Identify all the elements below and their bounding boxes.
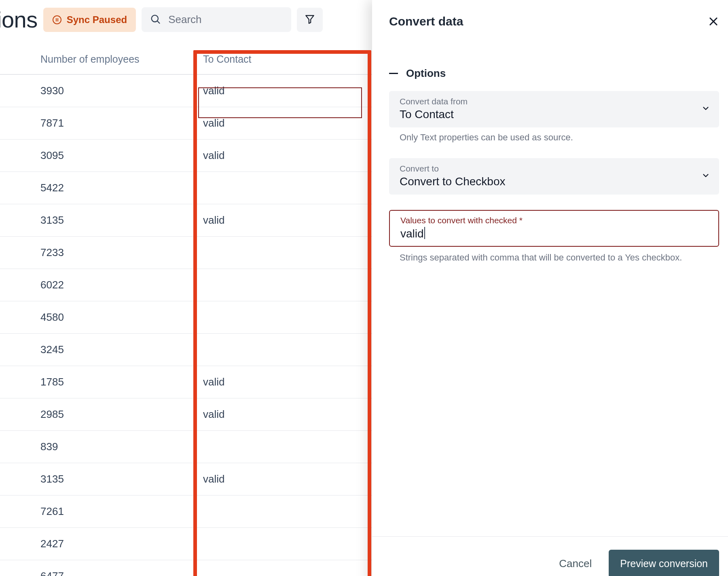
convert-from-value: To Contact (400, 108, 709, 121)
cell-to-contact[interactable]: valid (193, 85, 224, 97)
cell-employees[interactable]: 3245 (0, 343, 193, 356)
cell-employees[interactable]: 2427 (0, 538, 193, 550)
table-row[interactable]: 3135valid (0, 204, 372, 237)
cell-to-contact[interactable]: valid (193, 473, 224, 485)
values-to-convert-label: Values to convert with checked * (400, 216, 708, 225)
column-headers: Number of employees To Contact (0, 44, 372, 75)
pause-icon (52, 15, 62, 25)
cell-employees[interactable]: 7871 (0, 117, 193, 129)
cell-employees[interactable]: 839 (0, 440, 193, 453)
table-row[interactable]: 6477 (0, 560, 372, 576)
table-row[interactable]: 1785valid (0, 366, 372, 398)
svg-line-4 (158, 21, 160, 23)
cell-employees[interactable]: 6022 (0, 279, 193, 291)
table-row[interactable]: 7871valid (0, 107, 372, 140)
cell-employees[interactable]: 3135 (0, 473, 193, 485)
cell-to-contact[interactable]: valid (193, 214, 224, 227)
cell-employees[interactable]: 7261 (0, 505, 193, 518)
convert-from-label: Convert data from (400, 97, 709, 106)
cell-employees[interactable]: 3135 (0, 214, 193, 227)
values-to-convert-value[interactable]: valid (400, 227, 424, 240)
convert-to-value: Convert to Checkbox (400, 175, 709, 188)
cell-to-contact[interactable]: valid (193, 117, 224, 129)
values-to-convert-field[interactable]: Values to convert with checked * valid (389, 210, 719, 247)
cell-employees[interactable]: 1785 (0, 376, 193, 388)
close-icon (708, 16, 719, 27)
table-row[interactable]: 3245 (0, 334, 372, 366)
cell-to-contact[interactable]: valid (193, 376, 224, 388)
table-row[interactable]: 839 (0, 431, 372, 463)
data-grid: Number of employees To Contact 3930valid… (0, 44, 372, 576)
table-row[interactable]: 3135valid (0, 463, 372, 496)
search-box[interactable] (142, 7, 291, 32)
table-row[interactable]: 3930valid (0, 75, 372, 107)
values-to-convert-helper: Strings separated with comma that will b… (389, 252, 719, 263)
table-row[interactable]: 5422 (0, 172, 372, 204)
convert-from-helper: Only Text properties can be used as sour… (389, 132, 719, 143)
preview-conversion-button[interactable]: Preview conversion (609, 550, 719, 576)
options-section-label: Options (406, 67, 446, 80)
table-row[interactable]: 7233 (0, 237, 372, 269)
convert-data-panel: Convert data Options Convert data from (372, 0, 728, 576)
column-header-employees[interactable]: Number of employees (0, 53, 193, 65)
search-input[interactable] (167, 13, 283, 26)
filter-icon (305, 14, 315, 26)
panel-footer: Cancel Preview conversion (372, 536, 728, 576)
table-row[interactable]: 2985valid (0, 398, 372, 431)
table-row[interactable]: 3095valid (0, 140, 372, 172)
table-row[interactable]: 4580 (0, 301, 372, 334)
table-row[interactable]: 2427 (0, 528, 372, 560)
chevron-down-icon (701, 171, 710, 182)
svg-marker-5 (306, 15, 314, 23)
convert-to-label: Convert to (400, 164, 709, 174)
cell-to-contact[interactable]: valid (193, 408, 224, 421)
close-button[interactable] (708, 16, 719, 27)
cell-employees[interactable]: 4580 (0, 311, 193, 324)
filter-button[interactable] (297, 8, 323, 32)
table-row[interactable]: 6022 (0, 269, 372, 301)
cell-employees[interactable]: 2985 (0, 408, 193, 421)
sync-status-label: Sync Paused (67, 14, 127, 25)
chevron-down-icon (701, 104, 710, 114)
convert-to-select[interactable]: Convert to Convert to Checkbox (389, 158, 719, 195)
svg-point-3 (152, 15, 158, 21)
cell-employees[interactable]: 3095 (0, 149, 193, 162)
svg-point-0 (53, 16, 61, 24)
top-bar: ions Sync Paused (0, 0, 372, 44)
main-area: ions Sync Paused (0, 0, 372, 576)
sync-status-badge[interactable]: Sync Paused (43, 8, 136, 32)
cell-to-contact[interactable]: valid (193, 149, 224, 162)
table-row[interactable]: 7261 (0, 496, 372, 528)
panel-title: Convert data (389, 15, 463, 28)
cell-employees[interactable]: 6477 (0, 570, 193, 576)
cell-employees[interactable]: 3930 (0, 85, 193, 97)
cell-employees[interactable]: 5422 (0, 182, 193, 194)
page-title: ions (0, 8, 38, 31)
column-header-to-contact[interactable]: To Contact (193, 53, 252, 65)
collapse-icon (389, 73, 398, 74)
cell-employees[interactable]: 7233 (0, 246, 193, 259)
search-icon (150, 13, 161, 26)
cancel-button[interactable]: Cancel (557, 557, 594, 570)
options-section-toggle[interactable]: Options (389, 67, 719, 80)
convert-from-select[interactable]: Convert data from To Contact (389, 91, 719, 127)
text-caret (424, 227, 425, 239)
